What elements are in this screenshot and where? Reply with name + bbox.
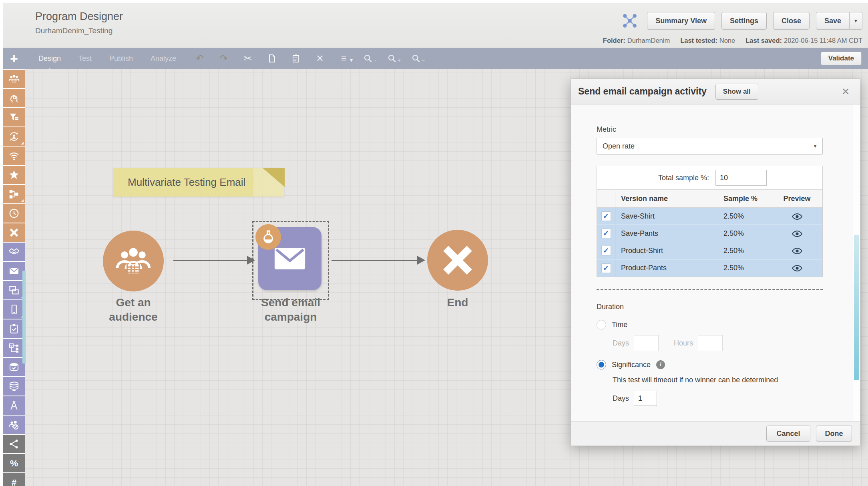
total-sample-input[interactable] (715, 170, 767, 186)
last-tested-label: Last tested: (680, 37, 717, 44)
version-name: Save-Pants (615, 229, 723, 238)
re-entry-icon[interactable] (3, 127, 25, 146)
save-button[interactable]: Save (816, 12, 850, 30)
table-row[interactable]: ✓ Save-Pants 2.50% (597, 225, 822, 242)
significance-option-row: Significance i (597, 360, 853, 370)
align-caret-icon: ▾ (350, 55, 353, 65)
delete-icon[interactable]: ✕ (315, 53, 325, 64)
x-icon (437, 239, 478, 281)
significance-radio[interactable] (597, 360, 606, 370)
mobile-icon[interactable] (3, 300, 25, 319)
sample-value: 2.50% (723, 247, 772, 255)
validate-button[interactable]: Validate (821, 52, 862, 65)
data-sync-icon[interactable] (3, 377, 25, 396)
send-email-campaign-dialog: Send email campaign activity Show all ✕ … (571, 78, 860, 446)
wait-clock-icon[interactable] (3, 204, 25, 223)
table-row[interactable]: ✓ Product-Shirt 2.50% (597, 242, 822, 259)
days-label: Days (613, 339, 629, 347)
redo-icon[interactable]: ↷ (219, 53, 229, 64)
eye-icon[interactable] (792, 212, 803, 220)
add-step-button[interactable]: + (3, 48, 25, 69)
node-end[interactable] (427, 230, 488, 291)
data-check-icon[interactable] (3, 358, 25, 376)
plus-icon: + (10, 51, 18, 66)
checkbox-cell: ✓ (597, 208, 615, 225)
audience-icon[interactable] (3, 70, 25, 88)
metric-select[interactable]: Open rate ▼ (597, 138, 823, 155)
eye-icon[interactable] (792, 246, 803, 254)
end-step-icon[interactable] (3, 223, 25, 242)
dialog-footer: Cancel Done (571, 421, 860, 446)
table-row[interactable]: ✓ Save-Shirt 2.50% (597, 208, 822, 225)
eye-icon[interactable] (792, 264, 803, 272)
filter-member-icon[interactable] (3, 108, 25, 127)
scrollbar-thumb[interactable] (854, 235, 859, 380)
zoom-in-icon[interactable]: + (387, 53, 397, 64)
tab-design[interactable]: Design (38, 54, 61, 63)
row-checkbox[interactable]: ✓ (601, 263, 611, 273)
tab-publish[interactable]: Publish (109, 54, 133, 63)
decision-tree-icon[interactable] (3, 339, 25, 357)
cut-icon[interactable]: ✂ (243, 53, 253, 64)
row-checkbox[interactable]: ✓ (601, 246, 611, 255)
dialog-scrollbar[interactable] (853, 104, 860, 421)
sample-value: 2.50% (723, 212, 772, 221)
close-button[interactable]: Close (773, 12, 810, 30)
palette-scroll-indicator[interactable] (22, 271, 26, 363)
row-checkbox[interactable]: ✓ (601, 229, 611, 238)
align-bars-icon: ≡ (341, 53, 347, 64)
connector-arrow-2 (332, 260, 418, 261)
done-button[interactable]: Done (816, 426, 852, 442)
tab-test[interactable]: Test (78, 54, 92, 63)
settings-button[interactable]: Settings (721, 12, 767, 30)
eye-icon[interactable] (792, 229, 803, 237)
table-row[interactable]: ✓ Product-Pants 2.50% (597, 259, 822, 277)
share-icon[interactable] (3, 435, 25, 453)
node-get-audience[interactable] (103, 231, 164, 291)
zoom-plus: + (398, 55, 401, 65)
signal-icon[interactable] (3, 147, 25, 165)
last-saved-meta: Last saved:2020-06-15 11:48 AM CDT (745, 37, 862, 44)
paste-icon[interactable] (291, 53, 301, 64)
time-radio[interactable] (597, 320, 606, 329)
time-inputs-row: Days Hours (613, 335, 853, 351)
time-hours-input[interactable] (698, 335, 723, 351)
email-icon[interactable] (3, 262, 25, 280)
task-clipboard-icon[interactable] (3, 319, 25, 338)
zoom-out-icon[interactable]: − (411, 53, 421, 64)
star-icon[interactable] (3, 166, 25, 184)
handshake-icon[interactable] (3, 243, 25, 261)
hash-icon[interactable] (3, 473, 25, 486)
cancel-button[interactable]: Cancel (766, 426, 810, 442)
hours-label: Hours (674, 339, 693, 347)
campaign-windows-icon[interactable] (3, 281, 25, 299)
folder-label: Folder: (603, 37, 625, 44)
preview-cell (772, 212, 822, 220)
row-checkbox[interactable]: ✓ (601, 211, 611, 221)
sample-value: 2.50% (723, 229, 772, 238)
copy-icon[interactable] (267, 53, 277, 64)
close-icon[interactable]: ✕ (839, 85, 852, 98)
audience-suppress-icon[interactable] (3, 416, 25, 434)
program-flow-icon[interactable] (3, 185, 25, 203)
info-icon[interactable]: i (656, 360, 665, 369)
sticky-note[interactable]: Multivariate Testing Email (113, 168, 284, 197)
time-days-input[interactable] (634, 335, 659, 351)
program-canvas-icon (621, 12, 638, 29)
versions-table: Total sample %: Version name Sample % Pr… (597, 166, 823, 277)
save-dropdown-button[interactable]: ▼ (850, 12, 862, 30)
compass-icon[interactable] (3, 396, 25, 415)
align-icon[interactable]: ≡▾ (339, 53, 349, 64)
chevron-down-icon: ▼ (854, 18, 858, 23)
dialog-body: Metric Open rate ▼ Total sample %: Versi… (571, 104, 853, 421)
undo-icon[interactable]: ↶ (195, 53, 205, 64)
show-all-button[interactable]: Show all (715, 84, 758, 100)
summary-view-button[interactable]: Summary View (647, 12, 715, 30)
version-name: Save-Shirt (615, 212, 723, 221)
tab-analyze[interactable]: Analyze (151, 54, 176, 63)
sig-days-input[interactable] (634, 391, 657, 406)
percent-icon[interactable] (3, 454, 25, 472)
zoom-icon[interactable]: · (363, 53, 373, 64)
segment-member-icon[interactable] (3, 89, 25, 107)
program-designer-app: Program Designer DurhamDenim_Testing Sum… (0, 0, 868, 486)
